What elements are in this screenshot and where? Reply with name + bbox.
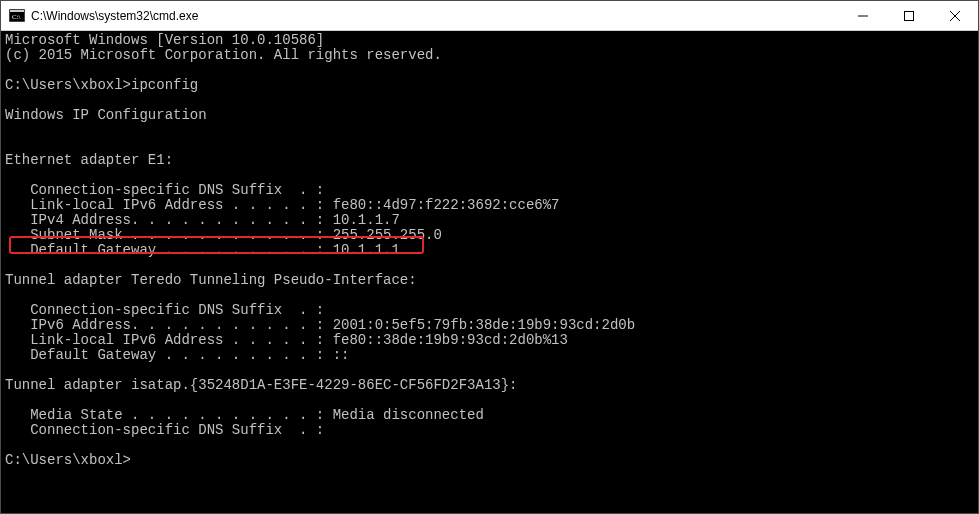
- terminal-line: Connection-specific DNS Suffix . :: [5, 183, 976, 198]
- terminal-line: Tunnel adapter Teredo Tunneling Pseudo-I…: [5, 273, 976, 288]
- terminal-line: [5, 63, 976, 78]
- terminal-line: IPv4 Address. . . . . . . . . . . : 10.1…: [5, 213, 976, 228]
- terminal-line: Default Gateway . . . . . . . . . : 10.1…: [5, 243, 976, 258]
- cmd-window: C:\ C:\Windows\system32\cmd.exe Microsof…: [0, 0, 979, 514]
- close-button[interactable]: [932, 1, 978, 30]
- terminal-line: Microsoft Windows [Version 10.0.10586]: [5, 33, 976, 48]
- terminal-output[interactable]: Microsoft Windows [Version 10.0.10586](c…: [1, 31, 978, 513]
- terminal-line: [5, 123, 976, 138]
- terminal-line: [5, 288, 976, 303]
- terminal-line: [5, 93, 976, 108]
- terminal-line: [5, 258, 976, 273]
- terminal-line: [5, 168, 976, 183]
- titlebar[interactable]: C:\ C:\Windows\system32\cmd.exe: [1, 1, 978, 31]
- terminal-line: C:\Users\xboxl>: [5, 453, 976, 468]
- svg-rect-1: [10, 10, 24, 12]
- terminal-line: Link-local IPv6 Address . . . . . : fe80…: [5, 198, 976, 213]
- terminal-line: Connection-specific DNS Suffix . :: [5, 423, 976, 438]
- terminal-line: Tunnel adapter isatap.{35248D1A-E3FE-422…: [5, 378, 976, 393]
- terminal-line: [5, 138, 976, 153]
- minimize-button[interactable]: [840, 1, 886, 30]
- terminal-line: C:\Users\xboxl>ipconfig: [5, 78, 976, 93]
- terminal-line: [5, 393, 976, 408]
- svg-rect-4: [905, 11, 914, 20]
- terminal-line: [5, 363, 976, 378]
- window-title: C:\Windows\system32\cmd.exe: [31, 9, 840, 23]
- terminal-line: Media State . . . . . . . . . . . : Medi…: [5, 408, 976, 423]
- terminal-line: Subnet Mask . . . . . . . . . . . : 255.…: [5, 228, 976, 243]
- terminal-line: Connection-specific DNS Suffix . :: [5, 303, 976, 318]
- svg-text:C:\: C:\: [12, 13, 21, 21]
- terminal-line: (c) 2015 Microsoft Corporation. All righ…: [5, 48, 976, 63]
- terminal-line: Ethernet adapter E1:: [5, 153, 976, 168]
- terminal-line: Windows IP Configuration: [5, 108, 976, 123]
- maximize-button[interactable]: [886, 1, 932, 30]
- window-controls: [840, 1, 978, 30]
- terminal-line: Default Gateway . . . . . . . . . : ::: [5, 348, 976, 363]
- terminal-line: IPv6 Address. . . . . . . . . . . : 2001…: [5, 318, 976, 333]
- cmd-icon: C:\: [9, 8, 25, 24]
- terminal-line: Link-local IPv6 Address . . . . . : fe80…: [5, 333, 976, 348]
- terminal-line: [5, 438, 976, 453]
